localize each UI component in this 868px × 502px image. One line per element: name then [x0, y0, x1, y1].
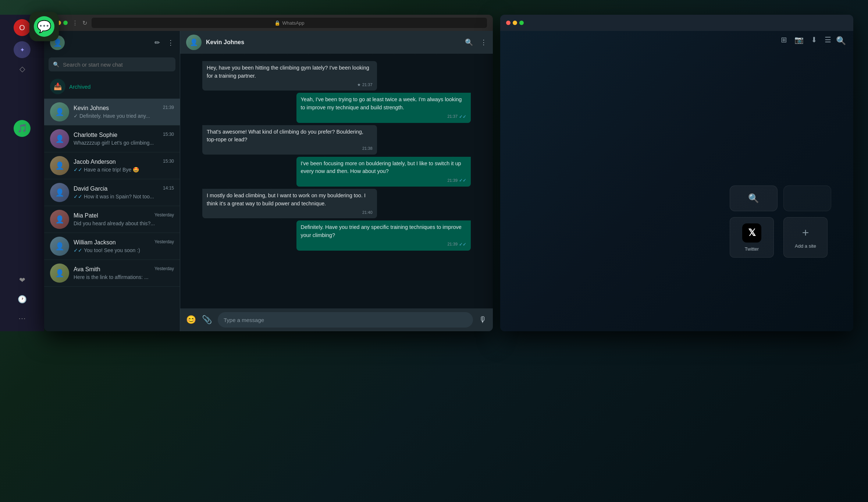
lock-icon: 🔒 [274, 20, 280, 26]
chat-header-actions: 🔍 ⋮ [465, 38, 487, 46]
active-chat-name: Kevin Johnes [206, 39, 460, 46]
download-icon[interactable]: ⬇ [811, 35, 817, 44]
reload-button[interactable]: ↻ [82, 20, 87, 26]
message-time-1: 21:37 [362, 82, 373, 88]
chat-name-ava: Ava Smith [74, 266, 100, 273]
message-time-4: 21:39 [447, 177, 458, 184]
chat-name-david: David Garcia [74, 185, 107, 192]
spotify-icon[interactable]: 🎵 [14, 120, 31, 137]
tab-grid-icon[interactable]: ⊞ [781, 35, 787, 44]
chat-item-william[interactable]: 👤 William Jackson Yesterday ✓✓ You too! … [44, 233, 180, 260]
twitter-logo: 𝕏 [742, 223, 761, 243]
opera-magic-icon[interactable]: ✦ [14, 41, 31, 58]
chat-time-david: 14:15 [163, 185, 174, 192]
chat-list: 👤 Kevin Johnes 21:39 ✓ Definitely. Have … [44, 99, 180, 331]
search-icon: 🔍 [53, 61, 59, 67]
browser-titlebar: ⋮ ↻ 🔒 WhatsApp [44, 15, 493, 31]
desktop: O ✦ ◇ 💬 🎵 ❤ 🕐 ⋯ ⋮ ↻ [0, 0, 868, 502]
maximize-button[interactable] [63, 21, 68, 25]
chat-item-ava[interactable]: 👤 Ava Smith Yesterday Here is the link t… [44, 260, 180, 287]
chat-preview-william: ✓✓ You too! See you soon :) [74, 247, 174, 253]
speed-dial-add[interactable]: + Add a site [783, 217, 828, 258]
chat-info-william: William Jackson Yesterday ✓✓ You too! Se… [74, 239, 174, 253]
double-check-icon-william: ✓✓ [74, 247, 82, 253]
sent-check-6: ✓✓ [459, 241, 466, 248]
message-time-2: 21:37 [447, 113, 458, 120]
settings-menu-icon[interactable]: ☰ [825, 35, 831, 44]
chat-time-mia: Yesterday [154, 212, 174, 219]
chat-preview-jacob: ✓✓ Have a nice trip! Bye 🤩 [74, 167, 174, 173]
chat-time-ava: Yesterday [154, 266, 174, 273]
chat-info-ava: Ava Smith Yesterday Here is the link to … [74, 266, 174, 280]
double-check-icon: ✓✓ [74, 167, 82, 173]
chat-info-jacob: Jacob Anderson 15:30 ✓✓ Have a nice trip… [74, 159, 174, 173]
twitter-label: Twitter [745, 246, 759, 252]
close-btn-2[interactable] [506, 21, 511, 25]
emoji-icon[interactable]: 😊 [186, 315, 196, 325]
speed-dial-twitter[interactable]: 𝕏 Twitter [730, 217, 774, 258]
chat-time-charlotte: 15:30 [163, 132, 174, 138]
whatsapp-app: 👤 ✏ ⋮ 🔍 📥 Archived [44, 31, 493, 331]
more-icon[interactable]: ⋯ [14, 310, 31, 327]
chat-item-jacob[interactable]: 👤 Jacob Anderson 15:30 ✓✓ Have a nice tr… [44, 152, 180, 179]
archived-bar[interactable]: 📥 Archived [44, 74, 180, 99]
chat-name-jacob: Jacob Anderson [74, 159, 116, 165]
chat-preview-charlotte: Whazzzzup girl! Let's go climbing... [74, 140, 174, 146]
search-input[interactable] [63, 61, 171, 68]
maximize-btn-2[interactable] [519, 21, 524, 25]
chat-avatar-charlotte: 👤 [50, 129, 69, 148]
new-tab-header [500, 15, 853, 31]
minimize-btn-2[interactable] [513, 21, 517, 25]
new-tab-window-controls [506, 21, 524, 25]
chat-item-david[interactable]: 👤 David Garcia 14:15 ✓✓ How it was in Sp… [44, 179, 180, 206]
history-icon[interactable]: 🕐 [14, 291, 31, 308]
chat-menu-icon[interactable]: ⋮ [480, 38, 487, 46]
whatsapp-browser-window: ⋮ ↻ 🔒 WhatsApp 👤 ✏ ⋮ [44, 15, 493, 331]
sent-check-4: ✓✓ [459, 177, 466, 184]
message-star: ★ [357, 82, 361, 88]
opera-diamond-icon[interactable]: ◇ [14, 60, 31, 77]
messages-area: Hey, have you been hitting the climbing … [180, 54, 493, 308]
chat-item-mia[interactable]: 👤 Mia Patel Yesterday Did you heard alre… [44, 206, 180, 233]
compose-icon[interactable]: ✏ [154, 39, 160, 47]
archived-icon: 📥 [50, 79, 65, 94]
screenshot-icon[interactable]: 📷 [794, 35, 804, 44]
chat-list-header: 👤 ✏ ⋮ [44, 31, 180, 54]
menu-dots[interactable]: ⋮ [72, 20, 78, 26]
chat-info-david: David Garcia 14:15 ✓✓ How it was in Spai… [74, 185, 174, 199]
double-check-icon-david: ✓✓ [74, 194, 82, 199]
message-6: Definitely. Have you tried any specific … [296, 220, 471, 251]
chat-info-mia: Mia Patel Yesterday Did you heard alread… [74, 212, 174, 226]
speed-dial-search[interactable]: 🔍 [730, 185, 778, 211]
chat-time-william: Yesterday [154, 239, 174, 246]
mic-icon[interactable]: 🎙 [479, 315, 487, 325]
message-time-6: 21:39 [447, 241, 458, 247]
sent-check-2: ✓✓ [459, 113, 466, 120]
url-bar[interactable]: 🔒 WhatsApp [92, 18, 487, 28]
opera-logo[interactable]: O [14, 19, 31, 36]
archived-label: Archived [69, 84, 90, 90]
attach-icon[interactable]: 📎 [202, 315, 212, 325]
new-tab-search-icon[interactable]: 🔍 [836, 36, 846, 46]
favorites-icon[interactable]: ❤ [14, 272, 31, 289]
chat-preview-mia: Did you heard already about this?... [74, 220, 174, 226]
speed-dial-empty [783, 185, 831, 211]
header-menu-icon[interactable]: ⋮ [167, 39, 174, 47]
header-icons: ✏ ⋮ [154, 39, 174, 47]
chat-search-icon[interactable]: 🔍 [465, 38, 473, 46]
message-input[interactable] [218, 312, 473, 328]
chat-header: 👤 Kevin Johnes 🔍 ⋮ [180, 31, 493, 54]
chat-item-charlotte[interactable]: 👤 Charlotte Sophie 15:30 Whazzzzup girl!… [44, 126, 180, 152]
message-3: That's awesome! What kind of climbing do… [202, 125, 377, 155]
whatsapp-dock-icon[interactable]: 💬 [29, 12, 59, 41]
speed-dial-grid: 🔍 𝕏 Twitter + Add a site [730, 185, 831, 258]
chat-avatar-kevin: 👤 [50, 102, 69, 121]
chat-item-kevin[interactable]: 👤 Kevin Johnes 21:39 ✓ Definitely. Have … [44, 99, 180, 126]
chat-time-jacob: 15:30 [163, 159, 174, 165]
message-1: Hey, have you been hitting the climbing … [202, 61, 377, 91]
chat-preview-kevin: ✓ Definitely. Have you tried any... [74, 113, 174, 119]
search-bar[interactable]: 🔍 [49, 57, 175, 71]
chat-avatar-william: 👤 [50, 237, 69, 256]
chat-time-kevin: 21:39 [163, 105, 174, 112]
add-icon: + [802, 226, 809, 240]
